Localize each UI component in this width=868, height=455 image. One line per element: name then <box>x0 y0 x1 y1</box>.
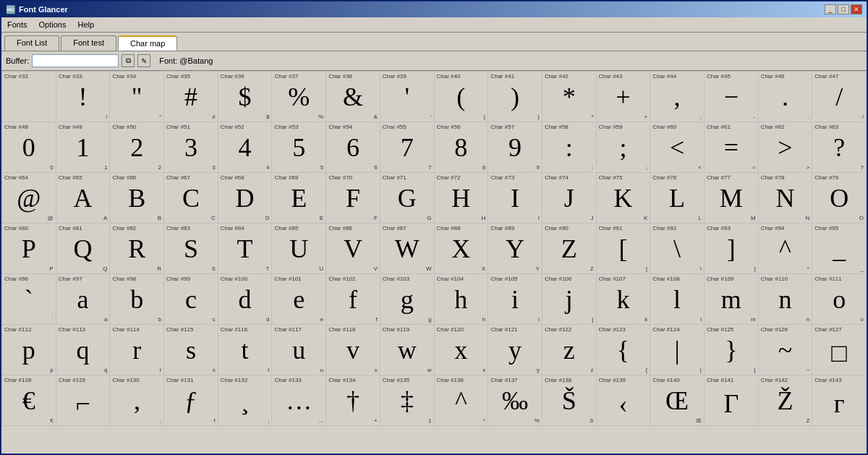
char-cell-139[interactable]: Char #139‹ <box>597 375 651 426</box>
char-cell-45[interactable]: Char #45−- <box>705 72 759 122</box>
char-cell-36[interactable]: Char #36$$ <box>218 72 273 122</box>
char-cell-115[interactable]: Char #115ss <box>164 325 218 375</box>
close-button[interactable]: ✕ <box>851 4 862 14</box>
char-cell-106[interactable]: Char #106jj <box>542 274 597 325</box>
char-cell-94[interactable]: Char #94^^ <box>759 224 813 274</box>
char-cell-114[interactable]: Char #114rr <box>110 325 164 375</box>
charmap-scroll-area[interactable]: Char #32 Char #33!!Char #34""Char #35##C… <box>1 71 867 454</box>
char-cell-73[interactable]: Char #73II <box>488 173 542 224</box>
char-cell-40[interactable]: Char #40(( <box>435 72 489 122</box>
char-cell-75[interactable]: Char #75KK <box>597 173 651 224</box>
char-cell-133[interactable]: Char #133…... <box>272 375 326 426</box>
char-cell-41[interactable]: Char #41)) <box>488 72 542 122</box>
char-cell-136[interactable]: Char #136^^ <box>435 375 489 426</box>
char-cell-124[interactable]: Char #124|| <box>650 325 705 375</box>
char-cell-67[interactable]: Char #67CC <box>164 173 218 224</box>
char-cell-117[interactable]: Char #117uu <box>272 325 326 375</box>
char-cell-74[interactable]: Char #74JJ <box>542 173 597 224</box>
char-cell-142[interactable]: Char #142ŽZ <box>759 375 813 426</box>
char-cell-121[interactable]: Char #121yy <box>488 325 542 375</box>
char-cell-33[interactable]: Char #33!! <box>56 72 111 122</box>
char-cell-118[interactable]: Char #118vv <box>326 325 380 375</box>
char-cell-108[interactable]: Char #108ll <box>650 274 705 325</box>
char-cell-56[interactable]: Char #5688 <box>435 122 489 173</box>
char-cell-44[interactable]: Char #44,, <box>650 72 705 122</box>
char-cell-69[interactable]: Char #69EE <box>272 173 326 224</box>
char-cell-61[interactable]: Char #61== <box>705 122 759 173</box>
char-cell-57[interactable]: Char #5799 <box>488 122 542 173</box>
char-cell-80[interactable]: Char #80PP <box>2 224 56 274</box>
char-cell-104[interactable]: Char #104hh <box>435 274 489 325</box>
char-cell-109[interactable]: Char #109mm <box>705 274 759 325</box>
char-cell-93[interactable]: Char #93]] <box>705 224 759 274</box>
edit-button[interactable]: ✎ <box>137 54 150 67</box>
char-cell-97[interactable]: Char #97aa <box>56 274 111 325</box>
char-cell-112[interactable]: Char #112pp <box>2 325 56 375</box>
char-cell-48[interactable]: Char #4800 <box>2 122 56 173</box>
menu-options[interactable]: Options <box>36 19 69 30</box>
char-cell-98[interactable]: Char #98bb <box>110 274 164 325</box>
char-cell-123[interactable]: Char #123{{ <box>597 325 651 375</box>
char-cell-81[interactable]: Char #81QQ <box>56 224 111 274</box>
char-cell-107[interactable]: Char #107kk <box>597 274 651 325</box>
char-cell-63[interactable]: Char #63?? <box>812 122 867 173</box>
char-cell-111[interactable]: Char #111oo <box>812 274 867 325</box>
char-cell-105[interactable]: Char #105ii <box>488 274 542 325</box>
char-cell-60[interactable]: Char #60<< <box>650 122 705 173</box>
char-cell-122[interactable]: Char #122zz <box>542 325 597 375</box>
char-cell-110[interactable]: Char #110nn <box>759 274 813 325</box>
char-cell-101[interactable]: Char #101ee <box>272 274 326 325</box>
char-cell-52[interactable]: Char #5244 <box>218 122 273 173</box>
char-cell-85[interactable]: Char #85UU <box>272 224 326 274</box>
char-cell-135[interactable]: Char #135‡‡ <box>380 375 435 426</box>
char-cell-78[interactable]: Char #78NN <box>759 173 813 224</box>
char-cell-128[interactable]: Char #128€€ <box>2 375 56 426</box>
char-cell-72[interactable]: Char #72HH <box>435 173 489 224</box>
char-cell-70[interactable]: Char #70FF <box>326 173 380 224</box>
char-cell-129[interactable]: Char #129⌐ <box>56 375 111 426</box>
char-cell-120[interactable]: Char #120xx <box>435 325 489 375</box>
char-cell-34[interactable]: Char #34"" <box>110 72 164 122</box>
char-cell-47[interactable]: Char #47// <box>812 72 867 122</box>
char-cell-96[interactable]: Char #96`` <box>2 274 56 325</box>
char-cell-116[interactable]: Char #116tt <box>218 325 273 375</box>
char-cell-54[interactable]: Char #5466 <box>326 122 380 173</box>
char-cell-127[interactable]: Char #127□ <box>812 325 867 375</box>
char-cell-102[interactable]: Char #102ff <box>326 274 380 325</box>
char-cell-68[interactable]: Char #68DD <box>218 173 273 224</box>
char-cell-50[interactable]: Char #5022 <box>110 122 164 173</box>
tab-char-map[interactable]: Char map <box>118 35 177 51</box>
char-cell-38[interactable]: Char #38&& <box>326 72 380 122</box>
char-cell-76[interactable]: Char #76LL <box>650 173 705 224</box>
char-cell-141[interactable]: Char #141Г <box>705 375 759 426</box>
char-cell-137[interactable]: Char #137‰% <box>488 375 542 426</box>
char-cell-86[interactable]: Char #86VV <box>326 224 380 274</box>
char-cell-134[interactable]: Char #134†+ <box>326 375 380 426</box>
char-cell-91[interactable]: Char #91[[ <box>597 224 651 274</box>
char-cell-100[interactable]: Char #100dd <box>218 274 273 325</box>
char-cell-92[interactable]: Char #92\\ <box>650 224 705 274</box>
char-cell-125[interactable]: Char #125}} <box>705 325 759 375</box>
char-cell-119[interactable]: Char #119ww <box>380 325 435 375</box>
char-cell-95[interactable]: Char #95__ <box>812 224 867 274</box>
menu-fonts[interactable]: Fonts <box>4 19 30 30</box>
char-cell-55[interactable]: Char #5577 <box>380 122 435 173</box>
char-cell-42[interactable]: Char #42** <box>542 72 597 122</box>
char-cell-103[interactable]: Char #103gg <box>380 274 435 325</box>
char-cell-59[interactable]: Char #59;; <box>597 122 651 173</box>
char-cell-58[interactable]: Char #58:: <box>542 122 597 173</box>
char-cell-138[interactable]: Char #138ŠS <box>542 375 597 426</box>
minimize-button[interactable]: _ <box>825 4 836 14</box>
char-cell-99[interactable]: Char #99cc <box>164 274 218 325</box>
char-cell-83[interactable]: Char #83SS <box>164 224 218 274</box>
char-cell-65[interactable]: Char #65AA <box>56 173 111 224</box>
char-cell-88[interactable]: Char #88XX <box>435 224 489 274</box>
char-cell-64[interactable]: Char #64@@ <box>2 173 56 224</box>
menu-help[interactable]: Help <box>75 19 97 30</box>
char-cell-131[interactable]: Char #131ƒf <box>164 375 218 426</box>
char-cell-39[interactable]: Char #39'' <box>380 72 435 122</box>
char-cell-87[interactable]: Char #87WW <box>380 224 435 274</box>
char-cell-32[interactable]: Char #32 <box>2 72 56 122</box>
char-cell-113[interactable]: Char #113qq <box>56 325 111 375</box>
char-cell-51[interactable]: Char #5133 <box>164 122 218 173</box>
